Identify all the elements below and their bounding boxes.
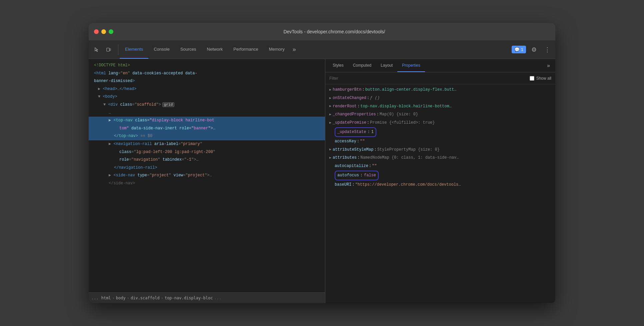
show-all-container: Show all: [530, 76, 551, 81]
badge-count: 1: [521, 47, 523, 52]
prop-attributeStyleMap[interactable]: ▶ attributeStyleMap : StylePropertyMap {…: [325, 146, 555, 154]
prop-toggle: [329, 182, 333, 188]
top-nav-line2: tom" data-side-nav-inert role="banner">…: [89, 125, 325, 133]
props-list: ▶ hamburgerBtn : button.align-center.dis…: [325, 84, 555, 303]
minimize-button[interactable]: [101, 29, 106, 34]
prop-key-autofocus: autofocus: [337, 172, 359, 179]
tab-elements[interactable]: Elements: [120, 40, 148, 59]
close-button[interactable]: [94, 29, 99, 34]
tabs: Elements Console Sources Network Perform…: [120, 40, 512, 59]
tab-network[interactable]: Network: [202, 40, 228, 59]
device-toggle-icon[interactable]: [103, 44, 114, 55]
svg-rect-1: [110, 49, 111, 51]
breadcrumb-dots-right: ...: [214, 296, 221, 300]
html-open-line2: banner-dismissed>: [89, 77, 325, 85]
breadcrumb-bar: ... html › body › div.scaffold › top-nav…: [89, 292, 325, 303]
panel-more-tabs-icon[interactable]: »: [544, 63, 553, 69]
prop-val-autocapitalize: "": [372, 162, 377, 170]
prop-val-baseURI: "https://developer.chrome.com/docs/devto…: [355, 181, 461, 189]
html-open-line[interactable]: <html lang="en" data-cookies-accepted da…: [89, 70, 325, 78]
doctype-line: <!DOCTYPE html>: [89, 62, 325, 70]
prop-accessKey[interactable]: accessKey : "": [325, 137, 555, 146]
side-nav-line[interactable]: ▶ <side-nav type="project" view="project…: [89, 172, 325, 180]
breadcrumb-div[interactable]: div.scaffold: [131, 296, 160, 300]
prop-toggle: [329, 163, 333, 169]
prop-val-hamburgerBtn: button.align-center.display-flex.butt…: [365, 86, 457, 94]
prop-key-attributeStyleMap: attributeStyleMap: [333, 146, 373, 154]
filter-input[interactable]: [329, 76, 530, 81]
prop-attributes[interactable]: ▶ attributes : NamedNodeMap {0: class, 1…: [325, 154, 555, 162]
tab-sources[interactable]: Sources: [175, 40, 202, 59]
prop-val-accessKey: "": [360, 138, 365, 145]
traffic-lights: [94, 29, 113, 34]
toolbar-icons: [91, 44, 118, 55]
prop-hamburgerBtn[interactable]: ▶ hamburgerBtn : button.align-center.dis…: [325, 86, 555, 94]
devtools-body: Elements Console Sources Network Perform…: [89, 40, 555, 303]
toolbar: Elements Console Sources Network Perform…: [89, 40, 555, 59]
body-open[interactable]: ▼ <body>: [89, 93, 325, 101]
settings-icon[interactable]: ⚙: [529, 44, 539, 55]
panel-tab-properties[interactable]: Properties: [397, 59, 425, 72]
more-options-icon[interactable]: ⋮: [542, 44, 553, 55]
prop-onStateChanged[interactable]: ▶ onStateChanged : ƒ (): [325, 94, 555, 102]
elements-panel: <!DOCTYPE html> <html lang="en" data-coo…: [89, 59, 325, 303]
grid-badge: grid: [162, 102, 174, 107]
tab-console[interactable]: Console: [148, 40, 175, 59]
top-nav-line1[interactable]: ▶ <top-nav class="display-block hairline…: [89, 117, 325, 125]
autofocus-circled: autofocus : false: [335, 171, 379, 180]
div-scaffold[interactable]: ▼ <div class="scaffold">grid: [89, 101, 325, 109]
top-nav-close: </top-nav> == $0: [89, 132, 325, 140]
prop-val-updateState: 1: [371, 128, 374, 136]
main-area: <!DOCTYPE html> <html lang="en" data-coo…: [89, 59, 555, 303]
prop-toggle: ▶: [329, 103, 331, 109]
filter-row: Show all: [325, 72, 555, 84]
head-collapsed[interactable]: ▶ <head>…</head>: [89, 85, 325, 93]
prop-val-attributes: NamedNodeMap {0: class, 1: data-side-nav…: [360, 154, 459, 162]
prop-updatePromise[interactable]: ▶ _updatePromise : Promise {<fulfilled>:…: [325, 119, 555, 127]
nav-rail-line2: class="lg:pad-left-200 lg:pad-right-200": [89, 148, 325, 156]
prop-val-attributeStyleMap: StylePropertyMap {size: 0}: [377, 146, 440, 154]
prop-val-updatePromise: Promise {<fulfilled>: true}: [370, 119, 435, 127]
prop-renderRoot[interactable]: ▶ renderRoot : top-nav.display-block.hai…: [325, 102, 555, 111]
svg-rect-0: [107, 48, 109, 51]
elements-tree[interactable]: <!DOCTYPE html> <html lang="en" data-coo…: [89, 59, 325, 292]
maximize-button[interactable]: [109, 29, 113, 34]
prop-updateState[interactable]: _updateState : 1: [325, 127, 555, 137]
prop-toggle: ▶: [329, 155, 331, 161]
tab-performance[interactable]: Performance: [228, 40, 263, 59]
window-title: DevTools - developer.chrome.com/docs/dev…: [119, 29, 550, 34]
prop-key-baseURI: baseURI: [335, 181, 351, 189]
prop-autocapitalize[interactable]: autocapitalize : "": [325, 162, 555, 170]
prop-key-updateState: _updateState: [337, 128, 366, 136]
more-tabs-icon[interactable]: »: [290, 40, 299, 59]
prop-val-changedProperties: Map(0) {size: 0}: [380, 111, 418, 118]
prop-toggle: ▶: [329, 120, 331, 126]
tab-memory[interactable]: Memory: [264, 40, 290, 59]
badge-icon: 💬: [514, 47, 520, 52]
breadcrumb-topnav[interactable]: top-nav.display-bloc: [165, 296, 213, 300]
panel-tab-computed[interactable]: Computed: [348, 59, 376, 72]
show-all-label[interactable]: Show all: [536, 76, 551, 81]
prop-baseURI[interactable]: baseURI : "https://developer.chrome.com/…: [325, 181, 555, 189]
breadcrumb-html[interactable]: html: [101, 296, 111, 300]
title-bar: DevTools - developer.chrome.com/docs/dev…: [89, 23, 555, 40]
tree-dots: …: [89, 109, 325, 117]
panel-tab-layout[interactable]: Layout: [376, 59, 397, 72]
breadcrumb-body[interactable]: body: [116, 296, 126, 300]
panel-tabs: Styles Computed Layout Properties »: [325, 59, 555, 72]
panel-tab-styles[interactable]: Styles: [328, 59, 348, 72]
prop-key-attributes: attributes: [333, 154, 357, 162]
prop-key-onStateChanged: onStateChanged: [333, 94, 366, 102]
notifications-badge[interactable]: 💬 1: [512, 46, 526, 53]
show-all-checkbox[interactable]: [530, 76, 534, 81]
toolbar-right: 💬 1 ⚙ ⋮: [512, 44, 553, 55]
select-element-icon[interactable]: [91, 44, 102, 55]
nav-rail-line1[interactable]: ▶ <navigation-rail aria-label="primary": [89, 140, 325, 148]
prop-autofocus[interactable]: autofocus : false: [325, 170, 555, 181]
prop-toggle: [329, 129, 333, 135]
prop-toggle: [329, 172, 333, 179]
prop-val-autofocus: false: [364, 172, 376, 179]
prop-changedProperties[interactable]: ▶ _changedProperties : Map(0) {size: 0}: [325, 110, 555, 119]
nav-rail-line3: role="navigation" tabindex="-1">…: [89, 156, 325, 164]
prop-toggle: ▶: [329, 146, 331, 153]
